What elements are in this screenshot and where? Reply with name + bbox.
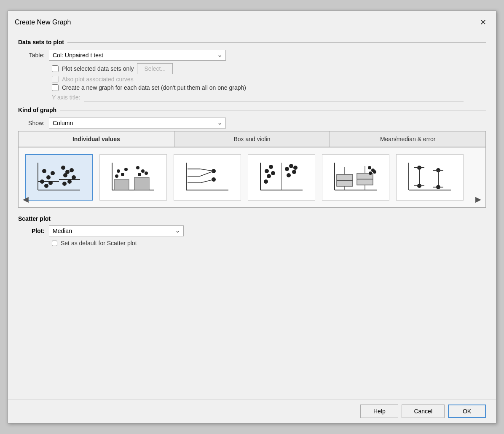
thumb-box-dots[interactable] (322, 154, 389, 201)
thumb-scatter-bar[interactable] (99, 154, 167, 201)
svg-line-39 (200, 179, 214, 183)
svg-point-8 (44, 184, 48, 188)
create-new-graph-dialog: Create New Graph ✕ Data sets to plot Tab… (8, 11, 496, 423)
thumb-scatter-bar-svg (106, 158, 161, 196)
svg-rect-21 (134, 177, 149, 190)
data-sets-section: Data sets to plot Table: Col: Unpaired t… (18, 39, 486, 102)
show-select-wrapper: Column (49, 118, 226, 129)
svg-point-66 (369, 171, 372, 175)
svg-line-38 (200, 171, 214, 176)
svg-point-14 (63, 173, 67, 177)
kind-of-graph-header: Kind of graph (18, 107, 486, 113)
svg-point-45 (267, 174, 271, 178)
y-axis-input[interactable] (84, 93, 464, 102)
kind-of-graph-divider (60, 110, 486, 110)
thumb-two-col-scatter[interactable] (248, 154, 315, 201)
svg-point-22 (117, 169, 120, 173)
dialog-content: Data sets to plot Table: Col: Unpaired t… (8, 32, 496, 399)
show-label: Show: (21, 120, 45, 126)
svg-point-43 (265, 169, 269, 173)
svg-point-5 (42, 169, 46, 173)
thumb-connected-means[interactable] (396, 154, 464, 201)
svg-point-63 (368, 166, 371, 169)
tab-box-violin[interactable]: Box and violin (174, 131, 330, 147)
svg-point-23 (121, 173, 124, 176)
show-row: Show: Column (21, 118, 486, 129)
thumb-box-dots-svg (328, 158, 383, 196)
graph-thumbnails-area: ◀ ▶ (18, 147, 486, 208)
also-plot-label: Also plot associated curves (62, 76, 134, 83)
thumb-connected-means-svg (402, 158, 457, 196)
scatter-plot-title: Scatter plot (18, 215, 486, 222)
svg-point-26 (136, 166, 139, 169)
thumb-scatter-dots-svg (32, 158, 86, 196)
plot-select[interactable]: Median Mean None (49, 225, 184, 236)
svg-point-9 (51, 171, 55, 175)
svg-point-44 (269, 165, 273, 169)
data-sets-header: Data sets to plot (18, 39, 486, 46)
scatter-plot-section: Scatter plot Plot: Median Mean None Set … (18, 215, 486, 246)
also-plot-row: Also plot associated curves (52, 76, 486, 83)
scroll-right-icon[interactable]: ▶ (473, 195, 484, 204)
table-select-wrapper: Col: Unpaired t test (49, 50, 226, 61)
set-default-label: Set as default for Scatter plot (61, 240, 137, 246)
plot-label: Plot: (21, 228, 45, 234)
plot-select-wrapper: Median Mean None (49, 225, 184, 236)
table-select[interactable]: Col: Unpaired t test (49, 50, 226, 61)
kind-of-graph-section: Kind of graph Show: Column Individual va… (18, 107, 486, 208)
data-sets-divider (67, 42, 486, 43)
thumbnails-row (25, 154, 479, 201)
also-plot-checkbox[interactable] (52, 76, 59, 83)
svg-point-13 (70, 168, 74, 172)
kind-of-graph-title: Kind of graph (18, 107, 56, 113)
svg-point-15 (72, 175, 76, 179)
data-sets-title: Data sets to plot (18, 39, 64, 46)
create-new-graph-row: Create a new graph for each data set (do… (52, 84, 486, 91)
thumb-before-after[interactable] (174, 154, 241, 201)
svg-point-16 (67, 179, 72, 184)
svg-point-47 (264, 179, 268, 184)
y-axis-row: Y axis title: (52, 93, 486, 102)
plot-selected-checkbox[interactable] (52, 65, 59, 72)
help-button[interactable]: Help (360, 405, 398, 418)
svg-point-46 (271, 171, 275, 175)
create-new-graph-checkbox[interactable] (52, 84, 59, 91)
select-button[interactable]: Select... (137, 63, 173, 74)
svg-point-27 (141, 169, 145, 173)
svg-point-65 (373, 170, 376, 174)
svg-point-28 (145, 171, 148, 175)
close-button[interactable]: ✕ (477, 16, 489, 29)
tab-mean-median[interactable]: Mean/median & error (330, 131, 485, 147)
svg-point-52 (293, 166, 298, 170)
create-new-graph-label: Create a new graph for each data set (do… (62, 84, 246, 91)
svg-point-25 (124, 168, 128, 171)
set-default-checkbox[interactable] (52, 241, 57, 246)
y-axis-label: Y axis title: (52, 94, 80, 101)
thumb-two-col-scatter-svg (254, 158, 309, 196)
cancel-button[interactable]: Cancel (402, 405, 445, 418)
svg-point-11 (61, 166, 65, 170)
dialog-footer: Help Cancel OK (8, 399, 496, 423)
tab-individual-values[interactable]: Individual values (19, 131, 174, 147)
thumb-scatter-dots[interactable] (25, 154, 93, 201)
ok-button[interactable]: OK (448, 405, 486, 418)
dialog-title: Create New Graph (15, 19, 71, 26)
svg-rect-20 (114, 179, 129, 190)
plot-row: Plot: Median Mean None (21, 225, 486, 236)
svg-point-6 (46, 175, 51, 179)
show-select[interactable]: Column (49, 118, 226, 129)
thumb-before-after-svg (180, 158, 235, 196)
svg-point-17 (62, 182, 67, 186)
title-bar: Create New Graph ✕ (8, 11, 496, 32)
svg-point-29 (138, 173, 141, 176)
scroll-left-icon[interactable]: ◀ (20, 195, 31, 204)
svg-point-49 (289, 164, 293, 168)
svg-point-51 (287, 173, 291, 177)
svg-point-7 (40, 179, 44, 184)
svg-line-37 (200, 169, 214, 171)
svg-point-10 (48, 181, 53, 185)
svg-point-48 (285, 167, 289, 171)
svg-point-50 (292, 170, 296, 174)
default-checkbox-row: Set as default for Scatter plot (52, 240, 486, 246)
table-row: Table: Col: Unpaired t test (21, 50, 486, 61)
